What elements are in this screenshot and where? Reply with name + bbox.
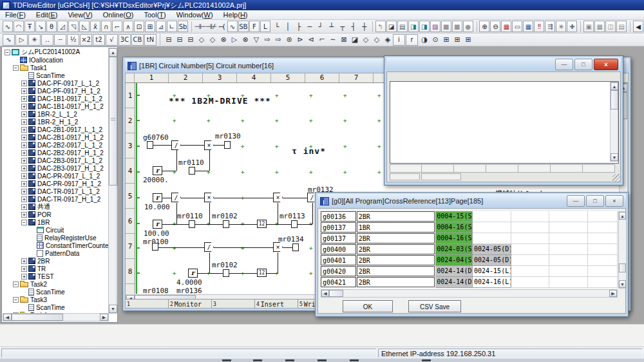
scroll-down-icon[interactable]: ▼: [619, 280, 626, 288]
crossref-horizontal-scrollbar[interactable]: ◀ ▶: [321, 289, 618, 298]
table-row[interactable]: g004212BR0024-14(D0024-16(L): [321, 277, 618, 288]
toolbar2-button-2-19[interactable]: ◇: [371, 35, 382, 45]
toolbar1-button-9-7[interactable]: ✳: [556, 21, 566, 32]
relay-contact[interactable]: [189, 167, 195, 175]
tree-item-dac-pr-0917-h-1-2[interactable]: +DAC-PR-0917_H_1_2: [3, 180, 108, 187]
toolbar1-button-7-3[interactable]: ◨: [408, 21, 419, 32]
tree-item-dac-1b1-0917-l-1-2[interactable]: +DAC-1B1-0917_L_1_2: [3, 95, 108, 102]
scroll-left-icon[interactable]: ◀: [3, 314, 12, 321]
crossref-vertical-scrollbar[interactable]: ▲ ▼: [618, 211, 627, 289]
function-block-12[interactable]: 12: [257, 220, 267, 228]
toolbar1-button-0-11[interactable]: ∧: [123, 21, 133, 32]
toolbar1-button-0-8[interactable]: x̄: [90, 21, 100, 32]
tree-item-1br-2-h-1-2[interactable]: +1BR-2_H_1_2: [3, 118, 108, 126]
toolbar1-button-3-1[interactable]: SB: [238, 21, 249, 32]
toolbar2-button-0-10[interactable]: CB: [131, 34, 144, 46]
cell-reference[interactable]: [549, 211, 588, 222]
toolbar1-button-9-5[interactable]: ‼: [534, 21, 544, 32]
expand-icon[interactable]: +: [21, 173, 27, 179]
expand-icon[interactable]: +: [21, 266, 27, 272]
tree-item-plc20141002a[interactable]: −シムPLC20141002A: [3, 48, 108, 56]
expand-icon[interactable]: +: [21, 142, 27, 148]
toolbar1-button-4-2[interactable]: ├: [293, 21, 304, 32]
expand-icon[interactable]: +: [21, 104, 27, 110]
tree-item-relayregisteruse[interactable]: RelayRegisterUse: [3, 234, 108, 242]
csv-save-button[interactable]: CSV Save: [408, 300, 461, 312]
toolbar1-button-0-0[interactable]: ∿: [3, 21, 13, 32]
table-row[interactable]: g004012BR0024-04(S)0024-05(D): [321, 255, 618, 266]
cell-device-name[interactable]: g00420: [321, 266, 356, 276]
table-row[interactable]: g004202BR0024-14(D0024-15(L): [321, 266, 618, 277]
collapse-icon[interactable]: −: [13, 297, 19, 303]
collapse-icon[interactable]: −: [13, 65, 19, 71]
toolbar2-button-2-4[interactable]: ◇: [207, 35, 218, 45]
toolbar1-button-0-9[interactable]: ∩: [101, 21, 111, 32]
toolbar1-button-5-1[interactable]: ┬: [337, 21, 348, 32]
tree-item-dac-2b1-0917-l-1-2[interactable]: +DAC-2B1-0917_L_1_2: [3, 126, 108, 133]
toolbar1-button-5-3[interactable]: ┼: [359, 21, 370, 32]
ok-button[interactable]: OK: [343, 300, 393, 312]
tree-item-task1[interactable]: −Task1: [3, 64, 108, 71]
cell-program-name[interactable]: 2BR: [357, 244, 435, 254]
toolbar1-button-7-7[interactable]: ■: [452, 21, 462, 32]
toolbar1-button-0-10[interactable]: ⌐: [112, 21, 122, 32]
expand-icon[interactable]: +: [21, 181, 27, 187]
cell-reference[interactable]: 0024-14(D: [435, 277, 473, 288]
menu-item-file-f[interactable]: File(F): [0, 10, 31, 19]
toolbar1-button-4-0[interactable]: └: [271, 21, 282, 32]
cell-reference[interactable]: [588, 266, 618, 277]
toolbar1-button-5-0[interactable]: ┴: [326, 21, 337, 32]
toolbar1-button-11-2[interactable]: ◫: [605, 21, 616, 32]
toolbar1-button-0-6[interactable]: ◹: [68, 21, 79, 32]
cell-reference[interactable]: [473, 233, 511, 244]
scroll-left-icon[interactable]: ◀: [321, 290, 329, 297]
toolbar1-button-7-2[interactable]: ▤: [397, 21, 408, 32]
cell-reference[interactable]: 0004-16(S): [435, 233, 473, 244]
scroll-up-icon[interactable]: ▲: [109, 48, 117, 57]
register-block[interactable]: r: [153, 220, 162, 229]
toolbar1-button-0-16[interactable]: Sb: [178, 21, 188, 32]
toolbar2-button-2-15[interactable]: ∼: [327, 35, 338, 45]
toolbar2-button-0-4[interactable]: ╌: [54, 34, 66, 46]
cell-reference[interactable]: 0024-04(S): [435, 255, 473, 266]
toolbar2-button-2-17[interactable]: ◪: [349, 35, 360, 45]
expand-icon[interactable]: +: [21, 96, 27, 102]
cell-reference[interactable]: [473, 211, 511, 222]
cell-reference[interactable]: 0024-14(D: [435, 266, 473, 277]
tree-item-por[interactable]: +POR: [3, 211, 108, 218]
cell-program-name[interactable]: 2BR: [357, 255, 435, 265]
toolbar1-button-0-14[interactable]: ⊿: [156, 21, 166, 32]
toolbar1-button-7-5[interactable]: ▨: [430, 21, 440, 32]
cell-reference[interactable]: [588, 255, 618, 266]
cell-reference[interactable]: [511, 222, 550, 233]
transfer-block[interactable]: ∕: [204, 242, 214, 252]
tree-item-ioallocation[interactable]: IOallocation: [3, 56, 108, 64]
toolbar1-button-0-2[interactable]: Ŧ: [24, 21, 35, 32]
toolbar2-button-2-11[interactable]: ⊛: [283, 35, 294, 45]
toolbar2-button-2-9[interactable]: ⇨: [261, 35, 272, 45]
cell-reference[interactable]: [549, 277, 588, 288]
cell-reference[interactable]: 0004-16(S): [435, 222, 473, 233]
cell-program-name[interactable]: 1BR: [357, 222, 435, 233]
expand-icon[interactable]: +: [21, 81, 27, 86]
cell-device-name[interactable]: g00421: [321, 277, 356, 287]
transfer-block[interactable]: ∕: [171, 140, 181, 150]
tree-item-1br-2-l-1-2[interactable]: +1BR-2_L_1_2: [3, 110, 108, 118]
tree-item-dac-pf-0917-l-1-2[interactable]: +DAC-PF-0917_L_1_2: [3, 79, 108, 87]
relay-contact[interactable]: [152, 243, 158, 251]
toolbar1-button-3-3[interactable]: L: [260, 21, 270, 32]
tree-item-task2[interactable]: −Task2: [3, 280, 108, 288]
tree-item-tr[interactable]: +TR: [3, 265, 108, 272]
cell-reference[interactable]: [549, 222, 588, 233]
cell-device-name[interactable]: g00137: [321, 233, 356, 243]
menu-item-window-w[interactable]: Window(W): [171, 10, 218, 19]
toolbar1-button-7-1[interactable]: ◪: [386, 21, 397, 32]
close-button[interactable]: ×: [605, 195, 623, 207]
tree-item-scantime[interactable]: ScanTime: [3, 288, 108, 296]
toolbar2-button-2-20[interactable]: ◈: [382, 35, 393, 45]
scroll-up-icon[interactable]: ▲: [619, 212, 626, 220]
tree-item-dac-pr-0917-l-1-2[interactable]: +DAC-PR-0917_L_1_2: [3, 172, 108, 180]
cell-reference[interactable]: [473, 222, 511, 233]
tree-item-scantime[interactable]: ScanTime: [3, 303, 108, 311]
toolbar2-button-0-1[interactable]: ▷: [15, 34, 28, 46]
